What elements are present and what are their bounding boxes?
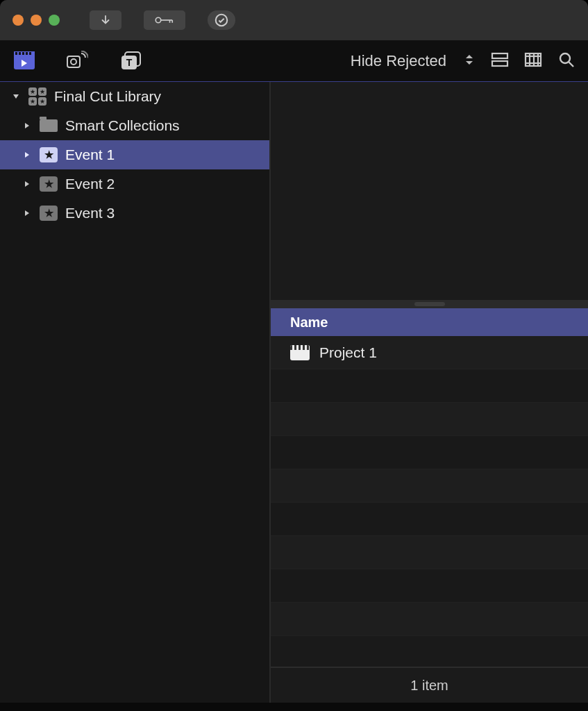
library-row[interactable]: ★★★★ Final Cut Library [0,82,269,111]
clip-filter-stepper[interactable] [463,53,476,69]
event-row[interactable]: ★ Event 1 [0,140,269,169]
column-header-label: Name [290,315,328,331]
disclosure-triangle-icon[interactable] [22,180,32,188]
svg-rect-5 [19,52,21,55]
smart-collections-label: Smart Collections [65,117,180,134]
list-item [271,369,588,403]
window-minimize-button[interactable] [31,15,42,26]
browser-toolbar: T Hide Rejected [0,40,588,82]
search-button[interactable] [557,51,576,72]
event-row[interactable]: ★ Event 2 [0,169,269,199]
list-item [271,569,588,603]
app-window: T Hide Rejected [0,0,588,703]
svg-rect-4 [15,52,17,55]
svg-rect-6 [22,52,24,55]
svg-point-0 [156,17,161,23]
download-arrow-icon [99,14,112,26]
svg-rect-10 [67,56,80,67]
svg-rect-17 [492,53,507,58]
project-clapper-icon [290,345,310,360]
list-item[interactable]: Project 1 [271,336,588,369]
svg-marker-28 [25,123,29,128]
checkmark-circle-icon [214,12,229,28]
list-item [271,469,588,503]
svg-rect-8 [29,52,31,55]
svg-marker-15 [466,55,473,58]
folder-icon [39,117,58,134]
list-item [271,603,588,636]
photos-audio-sidebar-tab[interactable] [65,49,89,73]
project-list: Project 1 [271,336,588,667]
project-name: Project 1 [319,344,377,361]
event-label: Event 2 [65,176,115,192]
window-zoom-button[interactable] [49,15,60,26]
svg-line-26 [569,62,574,67]
svg-marker-16 [466,61,473,65]
window-close-button[interactable] [12,15,24,26]
list-item [271,503,588,536]
list-item [271,403,588,436]
svg-marker-27 [13,94,19,99]
svg-rect-7 [26,52,28,55]
clip-filter-label: Hide Rejected [351,52,446,70]
disclosure-triangle-icon[interactable] [22,209,32,217]
list-item [271,436,588,469]
browser-content: Name Project 1 1 item [271,82,588,703]
event-star-icon: ★ [39,176,58,192]
library-label: Final Cut Library [54,88,161,105]
event-star-icon: ★ [39,205,58,221]
horizontal-splitter[interactable] [271,300,588,308]
event-row[interactable]: ★ Event 3 [0,199,269,228]
svg-marker-29 [25,152,29,158]
svg-point-25 [560,53,570,63]
libraries-sidebar-tab[interactable] [12,49,36,73]
svg-rect-18 [492,61,507,66]
library-sidebar: ★★★★ Final Cut Library Smart Collections… [0,82,271,703]
disclosure-triangle-icon[interactable] [22,122,32,130]
disclosure-triangle-icon[interactable] [22,151,32,159]
svg-text:T: T [126,57,133,68]
item-count-label: 1 item [410,678,448,694]
clip-appearance-button[interactable] [491,51,509,71]
import-button[interactable] [89,10,122,31]
list-item [271,536,588,569]
event-star-icon: ★ [39,147,58,163]
event-label: Event 1 [65,147,115,163]
titlebar [0,0,588,40]
svg-marker-31 [25,210,29,216]
titles-generators-sidebar-tab[interactable]: T [118,49,142,73]
list-header-name[interactable]: Name [271,308,588,336]
filmstrip-preview-area[interactable] [271,82,588,300]
keyword-editor-button[interactable] [143,10,186,31]
filmstrip-view-button[interactable] [524,51,542,71]
background-tasks-button[interactable] [207,10,236,31]
key-icon [154,15,175,26]
window-bottom-strip [0,703,588,711]
splitter-grip-icon [414,302,445,306]
library-icon: ★★★★ [28,88,47,105]
svg-point-11 [71,59,76,65]
smart-collections-row[interactable]: Smart Collections [0,111,269,140]
svg-marker-30 [25,181,29,187]
event-label: Event 3 [65,205,115,221]
disclosure-triangle-icon[interactable] [11,92,21,101]
browser-footer: 1 item [271,667,588,703]
